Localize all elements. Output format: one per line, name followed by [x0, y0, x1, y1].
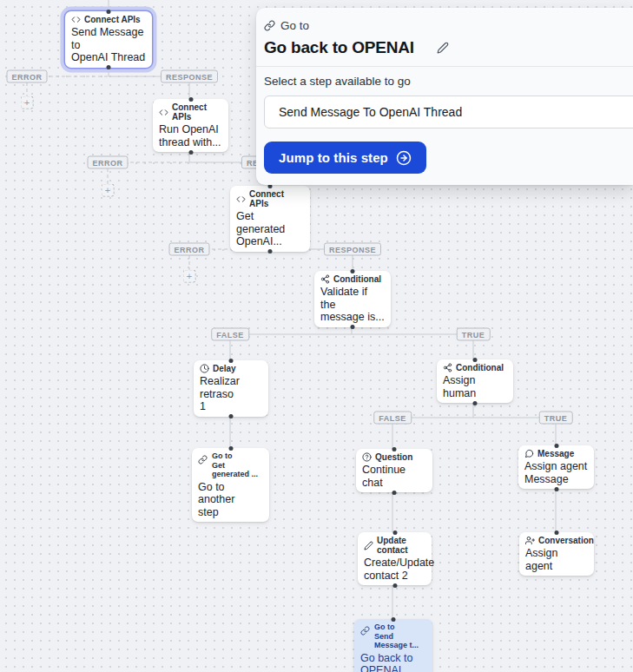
- flow-node-create-update-contact-2[interactable]: Update contactCreate/Update contact 2: [358, 532, 432, 585]
- true-branch-label: TRUE: [457, 328, 491, 341]
- connector-port: [392, 617, 396, 622]
- connector-port: [473, 401, 478, 405]
- error-branch-label: ERROR: [87, 156, 128, 169]
- jump-to-step-label: Jump to this step: [279, 150, 388, 165]
- node-type-label: Delay: [213, 364, 236, 373]
- branch-icon: [443, 363, 452, 372]
- connector-port: [107, 10, 111, 14]
- node-type-label: Connect APIs: [172, 102, 222, 122]
- node-type-label: Update contact: [377, 536, 425, 555]
- flow-node-go-back-to-openai[interactable]: Go toSend Message t...Go back to OPENAI: [354, 619, 432, 672]
- jump-to-step-button[interactable]: Jump to this step: [264, 142, 426, 174]
- node-type-label: Conditional: [333, 274, 381, 284]
- connector-port: [229, 359, 234, 363]
- flow-node-get-generated-openai[interactable]: Connect APIsGet generated OpenAI...: [230, 186, 310, 252]
- response-branch-label: RESPONSE: [324, 243, 381, 256]
- add-step-button[interactable]: +: [21, 96, 34, 109]
- node-title: Validate if the message is...: [320, 286, 385, 324]
- panel-breadcrumb: Go to: [264, 19, 633, 32]
- message-icon: [524, 449, 534, 458]
- flow-canvas[interactable]: Go to Go back to OPENAI Select a step av…: [0, 0, 633, 672]
- pencil-icon: [437, 42, 449, 54]
- panel-breadcrumb-label: Go to: [280, 19, 309, 32]
- false-branch-label: FALSE: [373, 412, 412, 425]
- connector-port: [392, 491, 397, 495]
- connector-port: [188, 97, 193, 102]
- flow-node-realizar-retraso-1[interactable]: DelayRealizar retraso 1: [194, 360, 268, 417]
- node-type-label: Go to: [374, 623, 426, 632]
- flow-node-validate-message[interactable]: ConditionalValidate if the message is...: [314, 271, 391, 327]
- node-title: Get generated OpenAI...: [236, 210, 304, 248]
- node-type-label: Conversation: [538, 536, 594, 545]
- node-type-label: Conditional: [456, 363, 504, 372]
- connector-port: [392, 530, 397, 535]
- pencil-icon: [364, 541, 373, 550]
- connector-port: [473, 358, 478, 362]
- node-type-label: Question: [375, 452, 412, 462]
- node-type-label: Message: [537, 449, 574, 458]
- connector-port: [188, 150, 193, 155]
- node-title: Run OpenAI thread with...: [159, 123, 222, 148]
- connector-port: [554, 487, 558, 491]
- connector-port: [392, 583, 397, 588]
- connector-port: [554, 444, 558, 448]
- node-target-label: Get generated ...: [212, 461, 263, 479]
- add-step-button[interactable]: +: [102, 184, 115, 197]
- response-branch-label: RESPONSE: [161, 70, 218, 83]
- user-plus-icon: [525, 536, 535, 545]
- flow-node-assign-agent-message[interactable]: MessageAssign agent Message: [518, 445, 594, 489]
- panel-title: Go back to OPENAI: [264, 38, 414, 57]
- connector-port: [107, 65, 111, 69]
- node-title: Go to another step: [198, 481, 263, 519]
- flow-node-assign-agent[interactable]: ConversationAssign agent: [519, 532, 594, 576]
- true-branch-label: TRUE: [539, 412, 573, 425]
- node-title: Continue chat: [362, 464, 426, 489]
- clock-icon: [200, 364, 209, 373]
- question-icon: [362, 452, 372, 462]
- flow-node-send-message-to-openai-thread[interactable]: Connect APIsSend Message to OpenAI Threa…: [65, 11, 152, 68]
- flow-node-run-openai-thread[interactable]: Connect APIsRun OpenAI thread with...: [153, 99, 228, 152]
- node-title: Send Message to OpenAI Thread: [71, 26, 146, 64]
- step-select-label: Select a step available to go: [264, 75, 633, 88]
- node-title: Create/Update contact 2: [364, 557, 425, 582]
- step-select[interactable]: Send Message To OpenAI Thread: [264, 96, 633, 128]
- link-icon: [360, 626, 370, 636]
- connector-port: [351, 269, 355, 273]
- connector-port: [351, 325, 355, 329]
- node-type-label: Connect APIs: [84, 15, 141, 24]
- code-icon: [159, 108, 168, 117]
- step-select-value: Send Message To OpenAI Thread: [279, 105, 462, 119]
- node-title: Assign agent: [525, 547, 588, 572]
- add-step-button[interactable]: +: [183, 270, 196, 283]
- node-title: Go back to OPENAI: [360, 652, 426, 672]
- error-branch-label: ERROR: [6, 70, 47, 83]
- flow-node-assign-human[interactable]: ConditionalAssign human: [437, 359, 513, 403]
- go-to-step-panel: Go to Go back to OPENAI Select a step av…: [256, 8, 633, 185]
- link-icon: [264, 20, 275, 31]
- node-title: Assign agent Message: [524, 460, 588, 485]
- arrow-right-circle-icon: [396, 150, 412, 166]
- connector-port: [392, 447, 397, 451]
- node-title: Realizar retraso 1: [200, 375, 262, 413]
- edit-title-button[interactable]: [437, 42, 449, 54]
- connector-port: [228, 446, 233, 451]
- code-icon: [236, 194, 246, 204]
- false-branch-label: FALSE: [211, 328, 249, 341]
- code-icon: [71, 15, 81, 24]
- error-branch-label: ERROR: [168, 243, 209, 256]
- connector-port: [268, 249, 273, 254]
- flow-node-go-to-another-step[interactable]: Go toGet generated ...Go to another step: [192, 448, 269, 522]
- flow-node-continue-chat[interactable]: QuestionContinue chat: [356, 449, 432, 492]
- node-title: Assign human: [443, 374, 507, 399]
- connector-port: [555, 530, 559, 535]
- node-type-label: Connect APIs: [249, 189, 304, 208]
- branch-icon: [320, 274, 330, 284]
- node-type-label: Go to: [212, 451, 263, 461]
- node-target-label: Send Message t...: [374, 632, 426, 650]
- connector-port: [229, 414, 234, 418]
- link-icon: [198, 455, 208, 464]
